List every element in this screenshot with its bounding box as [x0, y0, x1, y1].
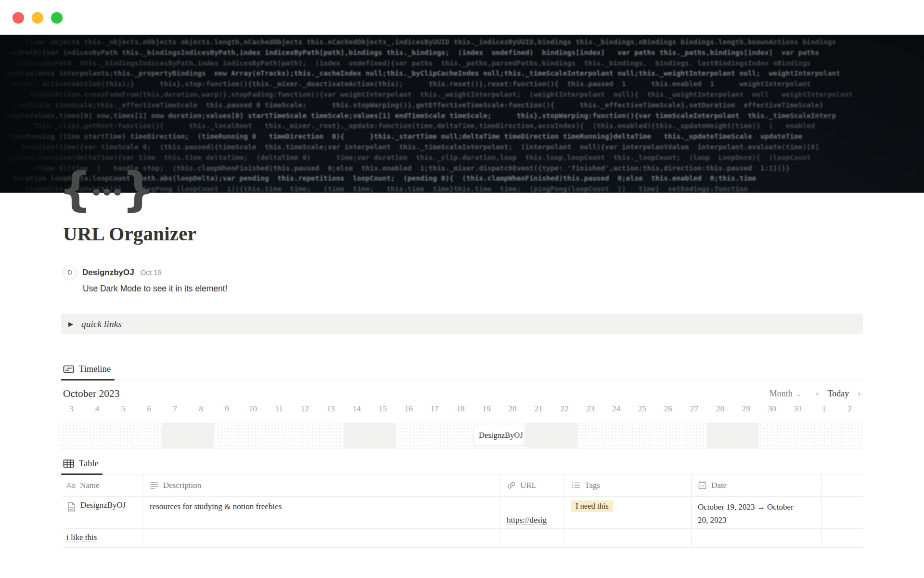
timeline-scale-label: Month [770, 389, 793, 399]
timeline-column [396, 423, 422, 448]
timeline-day-label: 5 [110, 404, 136, 418]
table-header-row: Aa Name Description URL [63, 474, 863, 497]
cell-name[interactable]: DesignzByOJ [63, 497, 143, 528]
timeline-view-tabs: Timeline [61, 359, 863, 380]
timeline-band[interactable]: DesignzByOJ [58, 423, 863, 448]
table-view-tabs: Table [61, 453, 863, 474]
column-header-date[interactable]: Date [692, 474, 822, 496]
cell-empty[interactable] [822, 529, 863, 547]
column-label: Description [163, 481, 201, 490]
quick-links-toggle[interactable]: ▶ quick links [61, 314, 863, 334]
timeline-day-label: 15 [370, 404, 396, 418]
timeline-column [84, 423, 110, 448]
timeline-today-button[interactable]: Today [827, 389, 849, 399]
timeline-weekend-column [526, 423, 552, 448]
cell-tags[interactable] [565, 529, 692, 547]
timeline-day-label: 7 [162, 404, 188, 418]
lines-icon [150, 481, 159, 490]
timeline-day-label: 19 [474, 404, 500, 418]
timeline-column [422, 423, 448, 448]
page-link[interactable]: i like this [66, 533, 97, 542]
timeline-day-label: 16 [396, 404, 422, 418]
timeline-prev-button[interactable]: ‹ [814, 389, 821, 398]
timeline-column [448, 423, 474, 448]
cell-tags[interactable]: I need this [565, 497, 692, 528]
table: Aa Name Description URL [63, 474, 863, 548]
timeline-column [603, 423, 629, 448]
timeline-day-label: 25 [629, 404, 655, 418]
timeline-day-label: 21 [526, 404, 552, 418]
brace-left-glyph: { [59, 166, 92, 212]
timeline-scale-select[interactable]: Month ⌄ [770, 389, 801, 399]
timeline-day-label: 14 [344, 404, 370, 418]
minimize-window-button[interactable] [32, 12, 43, 24]
timeline-toolbar: October 2023 Month ⌄ ‹ Today › [63, 385, 863, 402]
column-header-url[interactable]: URL [500, 474, 565, 496]
timeline-weekend-column [733, 423, 759, 448]
timeline-month-title: October 2023 [63, 388, 120, 400]
column-header-tags[interactable]: Tags [565, 474, 692, 496]
timeline-weekend-column [707, 423, 733, 448]
timeline-day-label: 1 [811, 404, 837, 418]
avatar-initial: D [68, 269, 72, 276]
page-title[interactable]: URL Organizer [63, 222, 196, 245]
link-icon [507, 481, 516, 490]
timeline-column [655, 423, 681, 448]
url-link[interactable]: https://desig nzbyoj.com [507, 515, 547, 528]
tag-chip[interactable]: I need this [571, 500, 613, 512]
timeline-column [811, 423, 837, 448]
column-label: Date [711, 481, 727, 490]
cell-empty[interactable] [822, 497, 863, 528]
timeline-column [292, 423, 318, 448]
list-icon [571, 481, 580, 490]
calendar-icon [698, 481, 707, 490]
page-link[interactable]: DesignzByOJ [80, 500, 126, 510]
timeline-weekend-column [552, 423, 578, 448]
column-header-name[interactable]: Aa Name [63, 474, 143, 496]
timeline-day-label: 11 [266, 404, 292, 418]
cell-date[interactable]: October 19, 2023 → October 20, 2023 [692, 497, 822, 528]
timeline-column [266, 423, 292, 448]
timeline-day-label: 6 [136, 404, 162, 418]
timeline-weekend-column [162, 423, 188, 448]
cell-description[interactable] [143, 529, 500, 547]
cell-url[interactable] [500, 529, 565, 547]
timeline-view-icon [63, 364, 74, 374]
tab-table-label: Table [79, 459, 99, 469]
page-icon[interactable]: { } [59, 165, 155, 213]
timeline-day-label: 3 [58, 404, 84, 418]
cell-name[interactable]: i like this [63, 529, 143, 547]
cell-url[interactable]: https://desig nzbyoj.com [500, 497, 565, 528]
timeline-column [58, 423, 84, 448]
timeline-column [785, 423, 811, 448]
timeline-next-button[interactable]: › [856, 389, 863, 398]
tab-timeline[interactable]: Timeline [61, 359, 115, 380]
timeline-day-label: 31 [785, 404, 811, 418]
timeline-column [318, 423, 344, 448]
window-controls [13, 12, 63, 24]
timeline-day-label: 26 [655, 404, 681, 418]
tab-table[interactable]: Table [61, 453, 103, 474]
timeline-item[interactable]: DesignzByOJ [474, 425, 525, 446]
timeline-column [578, 423, 603, 448]
table-row: i like this [63, 529, 863, 548]
comment-author: DesignzbyOJ [82, 268, 134, 277]
chevron-down-icon: ⌄ [796, 391, 801, 398]
tab-timeline-label: Timeline [79, 364, 111, 374]
toggle-label: quick links [81, 319, 122, 329]
column-header-empty[interactable] [822, 474, 863, 496]
timeline-column [110, 423, 136, 448]
timeline-column [240, 423, 266, 448]
brace-right-glyph: } [122, 166, 155, 212]
comment-text: Use Dark Mode to see it in its element! [83, 284, 228, 294]
timeline-day-label: 29 [733, 404, 759, 418]
timeline-day-label: 24 [603, 404, 629, 418]
zoom-window-button[interactable] [51, 12, 63, 24]
column-header-description[interactable]: Description [143, 474, 500, 496]
cell-date[interactable] [692, 529, 822, 547]
column-label: URL [520, 481, 537, 490]
toggle-arrow-icon[interactable]: ▶ [68, 320, 73, 328]
timeline-weekend-column [344, 423, 370, 448]
cell-description[interactable]: resources for studying & notion freebies [143, 497, 500, 528]
close-window-button[interactable] [13, 12, 24, 24]
